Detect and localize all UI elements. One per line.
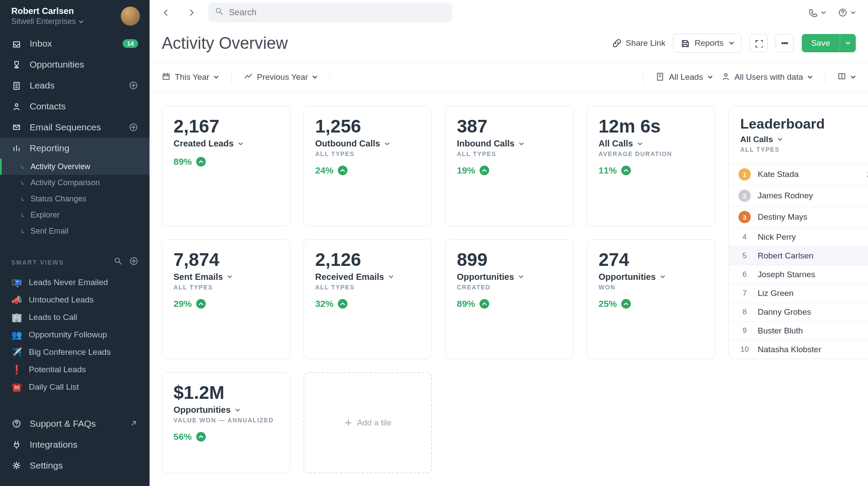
leaderboard-row[interactable]: 1 Kate Stada 270 ▲ <box>729 163 868 185</box>
tile-value: 274 <box>599 249 704 270</box>
reports-label: Reports <box>694 38 724 48</box>
metric-tile[interactable]: 1,256 Outbound Calls ALL TYPES 24% <box>303 106 432 226</box>
add-sequence-button[interactable] <box>129 122 138 132</box>
share-link-button[interactable]: Share Link <box>613 38 665 48</box>
search-box[interactable] <box>208 3 452 22</box>
metric-tile[interactable]: $1.2M Opportunities VALUE WON — ANNUALIZ… <box>162 372 290 473</box>
lb-name: Natasha Klobster <box>758 345 854 354</box>
leaderboard-row[interactable]: 6 Joseph Starnes 4 ▲ <box>729 265 868 284</box>
leaderboard-cat: All Calls <box>740 135 773 144</box>
save-button[interactable]: Save <box>802 34 856 52</box>
content: 2,167 Created Leads 89% 1,256 Outbound C… <box>150 92 868 486</box>
sidebar: Robert Carlsen Sitwell Enterprises Inbox… <box>0 0 150 486</box>
subnav-sent-email[interactable]: ↳ Sent Email <box>0 223 150 239</box>
subnav-activity-comparison[interactable]: ↳ Activity Comparison <box>0 175 150 191</box>
smart-search-button[interactable] <box>114 257 123 268</box>
smart-view-item[interactable]: 📭Leads Never Emailed <box>0 274 150 291</box>
nav-inbox[interactable]: Inbox 14 <box>0 33 150 54</box>
leaderboard-title: Leaderboard <box>740 116 868 132</box>
smart-view-item[interactable]: 🏢Leads to Call <box>0 309 150 326</box>
divider <box>825 71 825 83</box>
nav-opportunities-label: Opportunities <box>30 59 84 70</box>
lb-score: 56 <box>861 212 868 222</box>
metric-tile[interactable]: 899 Opportunities CREATED 89% <box>445 239 574 360</box>
caret-down-icon <box>78 19 84 24</box>
save-icon <box>681 39 689 48</box>
save-label: Save <box>802 34 840 52</box>
smart-view-item[interactable]: ✈️Big Conference Leads <box>0 343 150 361</box>
subarrow-icon: ↳ <box>20 212 25 219</box>
caret-down-icon <box>637 141 643 146</box>
collapse-button[interactable]: Collapse <box>0 476 150 486</box>
rank-number: 5 <box>739 251 751 260</box>
nav-reporting[interactable]: Reporting <box>0 138 150 159</box>
nav-support[interactable]: Support & FAQs <box>0 413 150 434</box>
lb-name: Nick Perry <box>758 232 854 242</box>
nav-settings[interactable]: Settings <box>0 455 150 476</box>
nav-contacts[interactable]: Contacts <box>0 96 150 117</box>
leaderboard-row[interactable]: 8 Danny Grobes 3 ▼ <box>729 302 868 321</box>
user-block[interactable]: Robert Carlsen Sitwell Enterprises <box>0 0 150 33</box>
add-tile-button[interactable]: Add a tile <box>303 372 432 473</box>
leaderboard-cat-selector[interactable]: All Calls <box>740 135 868 144</box>
help-icon <box>838 8 847 17</box>
nav-back-button[interactable] <box>157 4 175 21</box>
reports-dropdown[interactable]: Reports <box>673 34 742 53</box>
tile-delta: 25% <box>599 299 617 309</box>
bottom-nav: Support & FAQs Integrations Settings <box>0 411 150 476</box>
filter-all-users[interactable]: All Users with data <box>722 72 813 83</box>
subnav-explorer[interactable]: ↳ Explorer <box>0 207 150 223</box>
tile-category: Opportunities <box>599 272 656 282</box>
nav-leads[interactable]: Leads <box>0 75 150 96</box>
smart-view-item[interactable]: ❗Potential Leads <box>0 361 150 378</box>
layout-toggle[interactable] <box>837 72 856 83</box>
org-selector[interactable]: Sitwell Enterprises <box>11 17 84 26</box>
caret-down-icon <box>807 75 813 80</box>
caret-down-icon <box>729 41 734 46</box>
filter-this-year[interactable]: This Year <box>162 72 219 83</box>
leaderboard-row[interactable]: 5 Robert Carlsen 24 ▼ <box>729 246 868 265</box>
toolbar <box>150 0 868 22</box>
filter-previous-year[interactable]: Previous Year <box>244 72 317 83</box>
metric-tile[interactable]: 7,874 Sent Emails ALL TYPES 29% <box>162 239 290 360</box>
smart-view-item[interactable]: 👥Opportunity Followup <box>0 326 150 343</box>
subarrow-icon: ↳ <box>20 196 25 203</box>
save-dropdown[interactable] <box>840 34 856 52</box>
metric-tile[interactable]: 274 Opportunities WON 25% <box>587 239 715 360</box>
metric-tile[interactable]: 387 Inbound Calls ALL TYPES 19% <box>445 106 574 226</box>
expand-button[interactable] <box>749 34 768 52</box>
add-tile-label: Add a tile <box>357 418 391 428</box>
subnav-activity-overview[interactable]: ↳ Activity Overview <box>0 159 150 175</box>
smart-view-item[interactable]: ☎️Daily Call List <box>0 378 150 396</box>
smart-view-item[interactable]: 📣Untouched Leads <box>0 291 150 309</box>
nav-email-sequences[interactable]: Email Sequences <box>0 117 150 138</box>
phone-dropdown[interactable] <box>809 8 826 17</box>
leaderboard-row[interactable]: 2 James Rodney 56 – <box>729 185 868 206</box>
metric-tile[interactable]: 12m 6s All Calls AVERAGE DURATION 11% <box>587 106 715 226</box>
avatar[interactable] <box>121 7 140 26</box>
metric-tile[interactable]: 2,167 Created Leads 89% <box>162 106 290 226</box>
leaderboard-row[interactable]: 9 Buster Bluth 1 ▲ <box>729 321 868 340</box>
plus-icon <box>344 418 353 427</box>
metric-tile[interactable]: 2,126 Received Emails ALL TYPES 32% <box>303 239 432 360</box>
filter-all-leads[interactable]: All Leads <box>656 72 712 83</box>
up-arrow-icon <box>196 299 206 309</box>
nav-forward-button[interactable] <box>183 4 200 21</box>
nav-opportunities[interactable]: Opportunities <box>0 54 150 75</box>
help-dropdown[interactable] <box>838 8 856 17</box>
caret-down-icon <box>235 408 240 413</box>
subnav-status-changes[interactable]: ↳ Status Changes <box>0 191 150 207</box>
leaderboard-row[interactable]: 10 Natasha Klobster 0 – <box>729 340 868 359</box>
search-input[interactable] <box>229 7 445 17</box>
link-icon <box>613 39 621 48</box>
smart-add-button[interactable] <box>129 257 138 268</box>
more-button[interactable] <box>776 34 794 52</box>
svg-point-13 <box>786 43 787 44</box>
leaderboard-row[interactable]: 7 Liz Green 3 ▲ <box>729 284 868 302</box>
leaderboard-row[interactable]: 3 Destiny Mays 56 ▲ <box>729 206 868 228</box>
nav-settings-label: Settings <box>30 460 63 471</box>
leaderboard-row[interactable]: 4 Nick Perry 40 ▲ <box>729 228 868 246</box>
nav-integrations[interactable]: Integrations <box>0 434 150 455</box>
add-lead-button[interactable] <box>129 81 138 90</box>
lb-score: 0 <box>861 345 868 354</box>
